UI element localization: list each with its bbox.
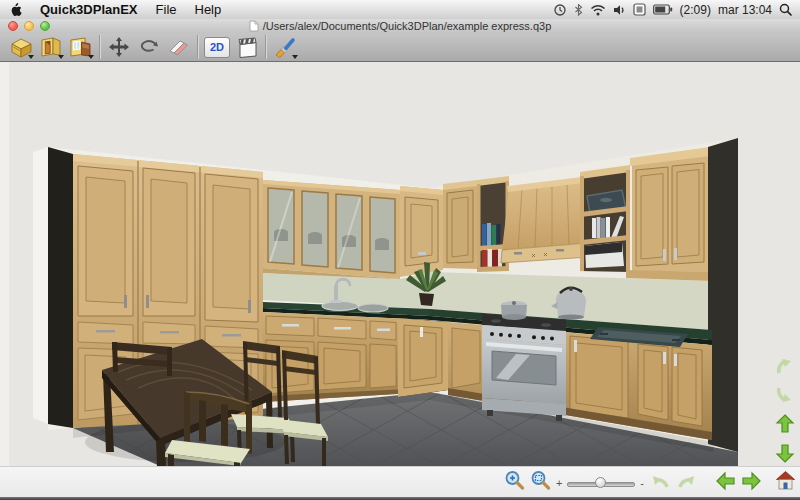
zoom-slider-thumb[interactable] bbox=[595, 477, 606, 488]
apple-menu[interactable] bbox=[0, 0, 31, 19]
pan-right-icon bbox=[741, 471, 761, 491]
zoom-window-button[interactable] bbox=[40, 21, 50, 31]
dropdown-caret-icon bbox=[28, 55, 34, 59]
animation-button[interactable] bbox=[232, 34, 262, 61]
spotlight-icon[interactable] bbox=[779, 3, 792, 16]
home-view-button[interactable] bbox=[775, 470, 796, 495]
corner-base-cabinet[interactable] bbox=[398, 318, 448, 397]
volume-icon[interactable] bbox=[613, 4, 626, 16]
stove-range[interactable] bbox=[482, 314, 566, 421]
paint-materials-button[interactable] bbox=[270, 34, 300, 61]
pan-down-button[interactable] bbox=[773, 441, 797, 465]
close-button[interactable] bbox=[8, 21, 18, 31]
minimize-button[interactable] bbox=[24, 21, 34, 31]
orbit-left-button[interactable] bbox=[649, 470, 671, 496]
bluetooth-icon[interactable] bbox=[574, 3, 583, 16]
menu-help[interactable]: Help bbox=[186, 0, 231, 19]
orbit-down-button[interactable] bbox=[773, 383, 797, 407]
corner-wall-cabinet[interactable] bbox=[400, 186, 443, 277]
orbit-up-icon bbox=[774, 355, 796, 377]
dropdown-caret-icon bbox=[292, 55, 298, 59]
toolbar-separator bbox=[265, 35, 267, 59]
add-door-button[interactable] bbox=[36, 34, 66, 61]
eraser-icon bbox=[167, 35, 191, 59]
cooking-pot[interactable] bbox=[501, 301, 527, 320]
menu-clock[interactable]: mar 13:04 bbox=[718, 3, 772, 17]
time-machine-icon[interactable] bbox=[553, 3, 567, 17]
pan-left-icon bbox=[716, 471, 736, 491]
document-icon bbox=[249, 20, 259, 32]
rotate-icon bbox=[137, 35, 161, 59]
menu-file[interactable]: File bbox=[147, 0, 186, 19]
move-tool-button[interactable] bbox=[104, 34, 134, 61]
add-cabinet-button[interactable] bbox=[6, 34, 36, 61]
view-2d-button[interactable]: 2D bbox=[202, 34, 232, 61]
orbit-left-icon bbox=[649, 470, 671, 492]
pan-right-button[interactable] bbox=[741, 471, 761, 495]
menu-app-name[interactable]: Quick3DPlanEX bbox=[31, 0, 147, 19]
bottom-bar: + - bbox=[0, 466, 800, 498]
input-menu-icon[interactable] bbox=[633, 3, 646, 16]
orbit-up-button[interactable] bbox=[773, 354, 797, 378]
dropdown-caret-icon bbox=[88, 55, 94, 59]
move-icon bbox=[107, 35, 131, 59]
zoom-select-button[interactable] bbox=[504, 470, 525, 495]
zoom-window-icon bbox=[530, 470, 551, 491]
right-end-panel bbox=[708, 138, 738, 452]
pan-down-icon bbox=[775, 443, 795, 463]
home-view-icon bbox=[775, 470, 796, 491]
zoom-select-icon bbox=[504, 470, 525, 491]
eraser-tool-button[interactable] bbox=[164, 34, 194, 61]
rotate-tool-button[interactable] bbox=[134, 34, 164, 61]
animation-clapperboard-icon bbox=[235, 35, 260, 60]
pan-up-icon bbox=[775, 414, 795, 434]
toolbar-separator bbox=[99, 35, 101, 59]
zoom-in-label: + bbox=[556, 477, 562, 489]
view-2d-label: 2D bbox=[204, 37, 230, 58]
window-title: /Users/alex/Documents/Quick3DPlan/exampl… bbox=[263, 20, 552, 32]
wifi-icon[interactable] bbox=[590, 4, 606, 16]
pan-up-button[interactable] bbox=[773, 412, 797, 436]
window-title-bar[interactable]: /Users/alex/Documents/Quick3DPlan/exampl… bbox=[0, 19, 800, 33]
zoom-window-button[interactable] bbox=[530, 470, 551, 495]
glass-wall-cabinets[interactable] bbox=[263, 180, 400, 284]
left-end-panel bbox=[48, 147, 73, 428]
orbit-right-button[interactable] bbox=[676, 470, 698, 496]
zoom-out-label: - bbox=[640, 477, 644, 489]
menu-bar: Quick3DPlanEX File Help (2:09) mar 13:04 bbox=[0, 0, 800, 20]
zoom-slider[interactable] bbox=[567, 477, 635, 489]
design-canvas[interactable] bbox=[0, 62, 800, 466]
dropdown-caret-icon bbox=[58, 55, 64, 59]
double-wall-cabinet[interactable] bbox=[626, 147, 712, 281]
kitchen-3d-view[interactable] bbox=[0, 62, 800, 466]
battery-time: (2:09) bbox=[680, 3, 711, 17]
battery-icon[interactable] bbox=[653, 4, 673, 15]
open-shelf-books-right[interactable] bbox=[580, 165, 630, 272]
side-navigation-controls bbox=[773, 354, 797, 465]
apple-logo-icon bbox=[9, 3, 22, 17]
toolbar: 2D bbox=[0, 33, 800, 62]
add-window-button[interactable] bbox=[66, 34, 96, 61]
pan-left-button[interactable] bbox=[716, 471, 736, 495]
orbit-down-icon bbox=[774, 384, 796, 406]
toolbar-separator bbox=[197, 35, 199, 59]
right-wall-cabinet[interactable] bbox=[443, 180, 477, 269]
orbit-right-icon bbox=[676, 470, 698, 492]
